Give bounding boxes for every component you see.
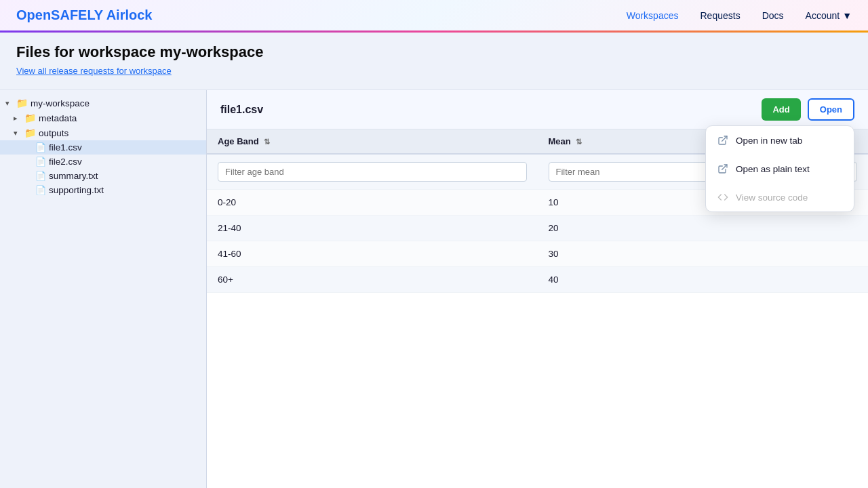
- svg-line-0: [722, 136, 727, 141]
- tree-label: summary.txt: [49, 171, 98, 181]
- tree-label: file2.csv: [49, 157, 82, 167]
- cell-age-band: 60+: [207, 267, 538, 293]
- tree-item-file1-csv[interactable]: ▸ 📄 file1.csv: [0, 140, 206, 155]
- add-button[interactable]: Add: [762, 98, 800, 121]
- col-label: Age Band: [218, 136, 259, 146]
- tree-item-summary-txt[interactable]: ▸ 📄 summary.txt: [0, 169, 206, 183]
- filter-age-band-input[interactable]: [218, 162, 527, 182]
- file-content-area: file1.csv Add Open Age Band ⇅ Mean ⇅: [207, 90, 868, 488]
- filter-cell-age-band: [207, 154, 538, 190]
- sort-icon: ⇅: [576, 138, 582, 146]
- external-link-icon: [717, 134, 729, 146]
- cell-mean: 30: [538, 241, 869, 267]
- logo-opensafely: OpenSAFELY: [16, 7, 103, 22]
- file-header-bar: file1.csv Add Open: [207, 90, 868, 129]
- expand-arrow: ▾: [5, 99, 14, 108]
- main-layout: ▾ 📁 my-workspace ▸ 📁 metadata ▾ 📁 output…: [0, 90, 868, 488]
- logo-airlock: Airlock: [106, 7, 153, 22]
- table-row: 21-4020: [207, 216, 868, 241]
- cell-mean: 40: [538, 267, 869, 293]
- col-header-age-band[interactable]: Age Band ⇅: [207, 129, 538, 154]
- folder-icon: 📁: [24, 127, 36, 138]
- nav-account[interactable]: Account ▼: [806, 10, 852, 21]
- dropdown-item-label: Open as plain text: [736, 164, 810, 174]
- app-header: OpenSAFELY Airlock Workspaces Requests D…: [0, 0, 868, 33]
- table-row: 41-6030: [207, 241, 868, 267]
- cell-age-band: 21-40: [207, 216, 538, 241]
- page-header: Files for workspace my-workspace View al…: [0, 33, 868, 90]
- cell-age-band: 41-60: [207, 241, 538, 267]
- file-icon: 📄: [35, 142, 46, 152]
- code-icon: [717, 191, 729, 203]
- cell-mean: 20: [538, 216, 869, 241]
- dropdown-item-label: Open in new tab: [736, 136, 802, 146]
- tree-label: my-workspace: [31, 98, 90, 108]
- tree-item-outputs[interactable]: ▾ 📁 outputs: [0, 125, 206, 140]
- external-link-alt-icon: [717, 163, 729, 175]
- release-requests-link[interactable]: View all release requests for workspace: [16, 66, 172, 76]
- open-button[interactable]: Open: [808, 98, 854, 121]
- cell-age-band: 0-20: [207, 190, 538, 216]
- chevron-down-icon: ▼: [842, 10, 852, 21]
- folder-icon: 📁: [24, 113, 36, 123]
- tree-item-supporting-txt[interactable]: ▸ 📄 supporting.txt: [0, 183, 206, 197]
- dropdown-item-plain-text[interactable]: Open as plain text: [706, 155, 854, 183]
- tree-label: outputs: [39, 128, 68, 138]
- nav-docs[interactable]: Docs: [762, 10, 784, 21]
- tree-item-my-workspace[interactable]: ▾ 📁 my-workspace: [0, 96, 206, 110]
- page-title: Files for workspace my-workspace: [16, 43, 852, 61]
- tree-item-metadata[interactable]: ▸ 📁 metadata: [0, 110, 206, 125]
- file-tree-sidebar: ▾ 📁 my-workspace ▸ 📁 metadata ▾ 📁 output…: [0, 90, 207, 488]
- current-file-name: file1.csv: [220, 104, 263, 116]
- file-icon: 📄: [35, 171, 46, 181]
- file-actions: Add Open: [762, 98, 854, 121]
- tree-label: metadata: [39, 113, 77, 123]
- table-row: 60+40: [207, 267, 868, 293]
- dropdown-item-new-tab[interactable]: Open in new tab: [706, 126, 854, 155]
- open-dropdown-menu: Open in new tab Open as plain text: [705, 125, 854, 212]
- dropdown-item-source-code[interactable]: View source code: [706, 183, 854, 211]
- app-logo: OpenSAFELY Airlock: [16, 7, 152, 23]
- tree-label: supporting.txt: [49, 185, 104, 195]
- dropdown-item-label: View source code: [736, 192, 808, 203]
- sort-icon: ⇅: [264, 138, 270, 146]
- folder-icon: 📁: [16, 98, 28, 108]
- nav-workspaces[interactable]: Workspaces: [627, 10, 679, 21]
- nav-requests[interactable]: Requests: [700, 10, 740, 21]
- file-icon: 📄: [35, 185, 46, 195]
- tree-item-file2-csv[interactable]: ▸ 📄 file2.csv: [0, 155, 206, 169]
- main-nav: Workspaces Requests Docs Account ▼: [627, 10, 852, 21]
- expand-arrow: ▾: [14, 129, 22, 138]
- file-icon: 📄: [35, 157, 46, 167]
- tree-label: file1.csv: [49, 142, 82, 152]
- expand-arrow: ▸: [14, 114, 22, 123]
- svg-line-1: [722, 165, 727, 169]
- col-label: Mean: [549, 136, 571, 146]
